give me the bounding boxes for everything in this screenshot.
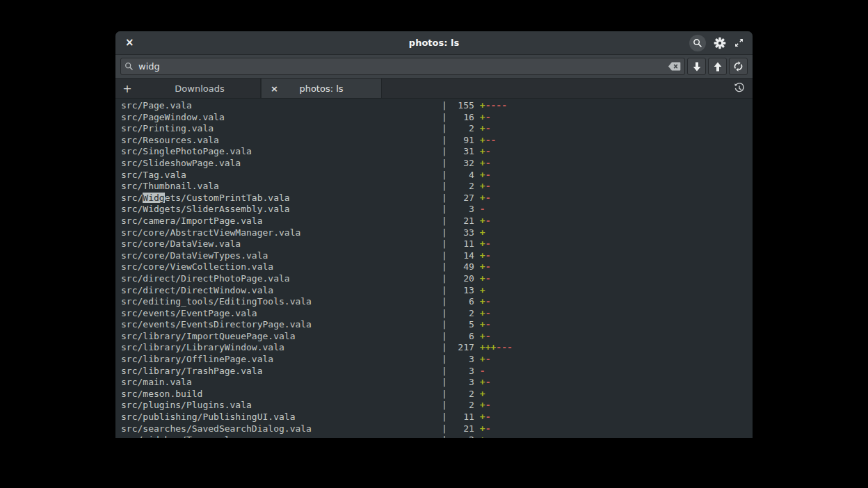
file-path: src/core/AbstractViewManager.vala bbox=[121, 227, 442, 239]
diff-signs: + bbox=[480, 227, 485, 238]
search-icon bbox=[693, 38, 702, 48]
terminal-row: src/core/ViewCollection.vala|49+- bbox=[121, 261, 753, 273]
terminal-row: src/Resources.vala|91+-- bbox=[121, 135, 753, 147]
diff-signs: +---- bbox=[480, 100, 507, 111]
titlebar[interactable]: × photos: ls bbox=[115, 31, 753, 55]
tab-bar: + Downloads×photos: ls bbox=[115, 79, 753, 99]
fullscreen-button[interactable] bbox=[734, 38, 744, 48]
diff-signs: +- bbox=[480, 400, 491, 410]
change-count: 27 bbox=[447, 193, 474, 204]
file-path: src/SinglePhotoPage.vala bbox=[121, 146, 442, 158]
terminal-row: src/library/OfflinePage.vala|3+- bbox=[121, 354, 753, 366]
terminal-row: src/plugins/Plugins.vala|2+- bbox=[121, 400, 753, 412]
change-count: 16 bbox=[447, 112, 474, 124]
diff-signs: +- bbox=[480, 123, 491, 133]
change-count: 3 bbox=[447, 204, 474, 215]
change-count: 2 bbox=[447, 434, 474, 438]
file-path: src/main.vala bbox=[121, 377, 442, 389]
search-toggle-button[interactable] bbox=[689, 35, 706, 51]
tab-strip: Downloads×photos: ls bbox=[139, 79, 382, 98]
diff-signs: +++--- bbox=[480, 342, 513, 352]
terminal-row: src/Widgets/SliderAssembly.vala|3- bbox=[121, 204, 753, 215]
new-tab-button[interactable]: + bbox=[115, 79, 139, 98]
search-previous-button[interactable] bbox=[708, 58, 727, 75]
search-match-highlight: Widg bbox=[143, 193, 164, 203]
file-path: src/direct/DirectWindow.vala bbox=[121, 285, 442, 297]
change-count: 4 bbox=[447, 170, 474, 181]
diff-signs: + bbox=[480, 389, 485, 399]
arrow-up-icon bbox=[714, 62, 722, 72]
terminal-row: src/events/EventPage.vala|2+- bbox=[121, 308, 753, 320]
terminal-output[interactable]: src/Page.vala|155+----src/PageWindow.val… bbox=[115, 99, 753, 438]
search-input[interactable]: widg bbox=[120, 58, 685, 75]
file-path: src/library/TrashPage.vala bbox=[121, 366, 442, 377]
backspace-clear-button[interactable] bbox=[668, 62, 681, 71]
terminal-row: src/editing_tools/EditingTools.vala|6+- bbox=[121, 296, 753, 308]
file-path: src/Widgets/SliderAssembly.vala bbox=[121, 204, 442, 215]
settings-gear-icon bbox=[714, 37, 726, 49]
change-count: 3 bbox=[447, 377, 474, 389]
terminal-row: src/events/EventsDirectoryPage.vala|5+- bbox=[121, 319, 753, 331]
diff-signs: +- bbox=[480, 296, 491, 307]
terminal-row: src/library/TrashPage.vala|3- bbox=[121, 366, 753, 377]
terminal-row: src/sidebar/Tree.vala|2+ bbox=[121, 434, 753, 438]
change-count: 217 bbox=[447, 342, 474, 354]
settings-button[interactable] bbox=[714, 37, 726, 49]
file-path: src/camera/ImportPage.vala bbox=[121, 215, 442, 227]
change-count: 2 bbox=[447, 181, 474, 193]
terminal-row: src/meson.build|2+ bbox=[121, 389, 753, 400]
change-count: 2 bbox=[447, 123, 474, 135]
diff-signs: - bbox=[480, 366, 485, 376]
file-path: src/editing_tools/EditingTools.vala bbox=[121, 296, 442, 308]
tab-label: Downloads bbox=[175, 83, 224, 94]
terminal-row: src/Page.vala|155+---- bbox=[121, 100, 753, 112]
close-tab-button[interactable]: × bbox=[271, 84, 278, 93]
terminal-row: src/core/AbstractViewManager.vala|33+ bbox=[121, 227, 753, 239]
tab-photos-ls[interactable]: ×photos: ls bbox=[261, 79, 382, 98]
file-path: src/PageWindow.vala bbox=[121, 112, 442, 124]
file-path: src/core/DataViewTypes.vala bbox=[121, 250, 442, 262]
terminal-row: src/publishing/PublishingUI.vala|11+- bbox=[121, 412, 753, 423]
session-history-button[interactable] bbox=[726, 79, 753, 98]
arrow-down-icon bbox=[693, 62, 701, 72]
change-count: 11 bbox=[447, 238, 474, 250]
diff-signs: +- bbox=[480, 261, 491, 272]
diff-signs: +- bbox=[480, 193, 491, 203]
diff-signs: +- bbox=[480, 238, 491, 249]
diff-signs: +- bbox=[480, 354, 491, 364]
terminal-row: src/Widgets/CustomPrintTab.vala|27+- bbox=[121, 193, 753, 204]
window-close-button[interactable]: × bbox=[125, 38, 134, 48]
change-count: 31 bbox=[447, 146, 474, 158]
tab-downloads[interactable]: Downloads bbox=[139, 79, 261, 98]
search-wrap-around-button[interactable] bbox=[729, 58, 748, 75]
file-path: src/searches/SavedSearchDialog.vala bbox=[121, 423, 442, 435]
search-query-text: widg bbox=[138, 61, 160, 72]
change-count: 6 bbox=[447, 296, 474, 308]
diff-signs: +- bbox=[480, 377, 491, 387]
terminal-row: src/PageWindow.vala|16+- bbox=[121, 112, 753, 124]
diff-signs: +- bbox=[480, 331, 491, 341]
terminal-row: src/SinglePhotoPage.vala|31+- bbox=[121, 146, 753, 158]
file-path: src/core/DataView.vala bbox=[121, 238, 442, 250]
change-count: 13 bbox=[447, 285, 474, 297]
file-path: src/Widgets/CustomPrintTab.vala bbox=[121, 193, 442, 204]
diff-signs: +- bbox=[480, 412, 491, 422]
terminal-row: src/main.vala|3+- bbox=[121, 377, 753, 389]
change-count: 14 bbox=[447, 250, 474, 262]
file-path: src/Page.vala bbox=[121, 100, 442, 112]
change-count: 5 bbox=[447, 319, 474, 331]
file-path: src/library/OfflinePage.vala bbox=[121, 354, 442, 366]
file-path: src/Thumbnail.vala bbox=[121, 181, 442, 193]
window-title: photos: ls bbox=[115, 38, 753, 48]
terminal-row: src/Tag.vala|4+- bbox=[121, 170, 753, 181]
terminal-row: src/camera/ImportPage.vala|21+- bbox=[121, 215, 753, 227]
change-count: 21 bbox=[447, 423, 474, 435]
diff-signs: +- bbox=[480, 273, 491, 284]
new-tab-plus-icon: + bbox=[122, 82, 131, 95]
search-next-button[interactable] bbox=[687, 58, 706, 75]
change-count: 49 bbox=[447, 261, 474, 273]
diff-signs: +- bbox=[480, 170, 491, 180]
terminal-row: src/Printing.vala|2+- bbox=[121, 123, 753, 135]
diff-signs: +-- bbox=[480, 135, 496, 145]
diff-signs: - bbox=[480, 204, 485, 214]
